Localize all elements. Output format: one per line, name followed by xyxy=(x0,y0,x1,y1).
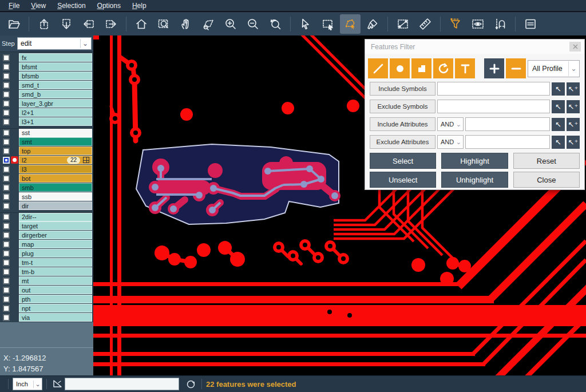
layer-visibility-checkbox[interactable] xyxy=(3,109,10,116)
line-feature-icon[interactable] xyxy=(368,58,388,78)
layer-visibility-checkbox[interactable] xyxy=(3,91,10,98)
ruler-icon[interactable] xyxy=(415,14,435,34)
layer-row[interactable]: smt xyxy=(0,137,93,146)
remove-mode-icon[interactable] xyxy=(506,58,526,78)
layer-label[interactable]: l222 xyxy=(19,156,92,164)
units-dropdown[interactable]: Inch ⌄ xyxy=(13,378,42,390)
layer-visibility-checkbox[interactable] xyxy=(3,157,10,164)
layer-row[interactable]: bot xyxy=(0,174,93,183)
layer-visibility-checkbox[interactable] xyxy=(3,203,10,209)
layer-row[interactable]: l3+1 xyxy=(0,117,93,126)
add-mode-icon[interactable] xyxy=(484,58,504,78)
layer-label[interactable]: ssb xyxy=(19,192,92,201)
zoom-in-icon[interactable] xyxy=(220,14,241,34)
layer-row[interactable]: target xyxy=(0,221,93,230)
include-attributes-logic-dropdown[interactable]: AND ⌄ xyxy=(437,117,464,131)
clean-brush-icon[interactable] xyxy=(362,14,383,34)
unhighlight-button[interactable]: Unhighlight xyxy=(441,172,508,188)
pick-add-attribute-icon[interactable]: ↖⁺ xyxy=(567,118,580,131)
measure-icon[interactable] xyxy=(393,14,413,34)
exclude-symbols-button[interactable]: Exclude Symbols xyxy=(370,100,435,113)
menu-file[interactable]: File xyxy=(3,1,25,11)
open-icon[interactable] xyxy=(3,14,24,34)
zoom-polygon-icon[interactable] xyxy=(198,14,219,34)
layer-visibility-checkbox[interactable] xyxy=(3,278,10,284)
layer-row[interactable]: dir xyxy=(0,201,93,210)
menu-options[interactable]: Options xyxy=(92,1,126,11)
pan-hand-icon[interactable] xyxy=(176,14,196,34)
layer-row[interactable]: l3 xyxy=(0,165,93,173)
layer-visibility-checkbox[interactable] xyxy=(3,129,10,136)
layer-label[interactable]: smd_b xyxy=(19,90,92,98)
grid-icon[interactable] xyxy=(83,157,89,163)
import-right-icon[interactable] xyxy=(101,14,121,34)
layer-visibility-checkbox[interactable] xyxy=(3,259,10,266)
layer-visibility-checkbox[interactable] xyxy=(3,213,10,220)
layer-label[interactable]: sst xyxy=(19,129,92,137)
layer-row[interactable]: npt xyxy=(0,304,93,312)
layer-row[interactable]: smd_t xyxy=(0,81,93,89)
layer-label[interactable]: smd_t xyxy=(19,81,92,89)
layer-label[interactable]: tm-t xyxy=(19,258,92,267)
layer-label[interactable]: plug xyxy=(19,249,92,258)
pick-add-symbol-icon[interactable]: ↖⁺ xyxy=(567,100,580,113)
layer-label[interactable]: l2+1 xyxy=(19,108,92,117)
close-icon[interactable] xyxy=(569,42,581,52)
layer-row[interactable]: layer_3.gbr xyxy=(0,99,93,108)
layer-row[interactable]: l2+1 xyxy=(0,108,93,117)
layer-label[interactable]: dir xyxy=(19,201,92,210)
layer-label[interactable]: npt xyxy=(19,304,92,312)
layer-label[interactable]: smb xyxy=(19,183,92,192)
menu-view[interactable]: View xyxy=(26,1,51,11)
layer-visibility-checkbox[interactable] xyxy=(3,148,10,155)
import-left-icon[interactable] xyxy=(78,14,99,34)
view-eye-icon[interactable] xyxy=(468,14,488,34)
layer-visibility-checkbox[interactable] xyxy=(3,193,10,200)
layer-visibility-checkbox[interactable] xyxy=(3,314,10,321)
layer-label[interactable]: out xyxy=(19,286,92,294)
layer-visibility-checkbox[interactable] xyxy=(3,287,10,294)
layer-row[interactable]: sst xyxy=(0,128,93,137)
layer-row[interactable]: tm-t xyxy=(0,258,93,267)
layer-row[interactable]: fx xyxy=(0,53,93,62)
layer-label[interactable]: l3+1 xyxy=(19,117,92,126)
exclude-attributes-logic-dropdown[interactable]: AND ⌄ xyxy=(437,135,464,149)
exclude-attributes-button[interactable]: Exclude Attributes xyxy=(370,135,435,149)
polygon-select-icon[interactable] xyxy=(340,14,361,34)
layer-visibility-checkbox[interactable] xyxy=(3,175,10,182)
dialog-titlebar[interactable]: Features Filter xyxy=(365,39,584,54)
layer-visibility-checkbox[interactable] xyxy=(3,184,10,191)
layer-visibility-checkbox[interactable] xyxy=(3,232,10,239)
layer-label[interactable]: mt xyxy=(19,276,92,285)
pad-feature-icon[interactable] xyxy=(390,58,410,78)
zoom-previous-icon[interactable] xyxy=(265,14,286,34)
pick-attribute-icon[interactable]: ↖ xyxy=(552,118,565,131)
layer-row[interactable]: l222 xyxy=(0,156,93,164)
include-attributes-button[interactable]: Include Attributes xyxy=(370,117,435,131)
layer-label[interactable]: bfsmt xyxy=(19,62,92,71)
layer-row[interactable]: 2dir-- xyxy=(0,212,93,221)
reset-button[interactable]: Reset xyxy=(513,153,580,169)
layer-row[interactable]: pth xyxy=(0,295,93,303)
step-dropdown[interactable]: edit ⌄ xyxy=(17,37,92,50)
layer-visibility-checkbox[interactable] xyxy=(3,166,10,173)
close-button[interactable]: Close xyxy=(513,172,580,188)
layer-row[interactable]: smb xyxy=(0,183,93,192)
profile-dropdown[interactable]: All Profile ⌄ xyxy=(528,60,580,77)
include-symbols-input[interactable] xyxy=(437,82,550,96)
import-bottom-icon[interactable] xyxy=(56,14,77,34)
exclude-attributes-input[interactable] xyxy=(465,135,550,149)
highlight-button[interactable]: Highlight xyxy=(441,153,508,169)
layer-visibility-checkbox[interactable] xyxy=(3,54,10,61)
layer-visibility-checkbox[interactable] xyxy=(3,268,10,275)
layer-visibility-checkbox[interactable] xyxy=(3,223,10,229)
layer-visibility-checkbox[interactable] xyxy=(3,100,10,107)
surface-feature-icon[interactable] xyxy=(411,58,431,78)
menu-selection[interactable]: Selection xyxy=(52,1,90,11)
layer-label[interactable]: via xyxy=(19,313,92,322)
layer-visibility-checkbox[interactable] xyxy=(3,73,10,80)
layer-label[interactable]: 2dir-- xyxy=(19,213,92,221)
command-input[interactable] xyxy=(65,378,179,390)
layers-panel-icon[interactable] xyxy=(520,14,541,34)
layer-label[interactable]: bot xyxy=(19,174,92,183)
